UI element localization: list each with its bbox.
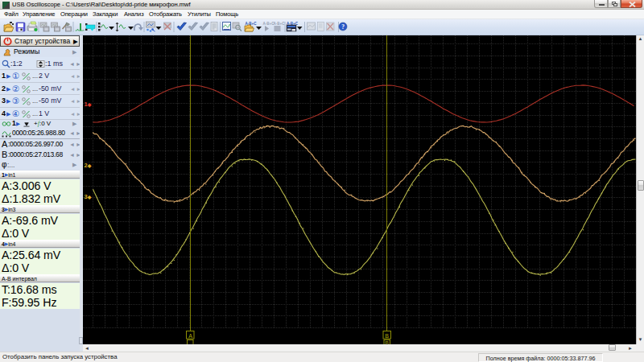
svg-text:B: B bbox=[385, 333, 389, 339]
svg-text:A·B+C: A·B+C bbox=[274, 22, 286, 26]
svg-text:A: A bbox=[188, 333, 192, 339]
svg-text:1◆: 1◆ bbox=[85, 101, 92, 108]
svg-text:3◆: 3◆ bbox=[85, 193, 92, 200]
svg-text:?: ? bbox=[341, 23, 345, 31]
svg-text:2◆: 2◆ bbox=[85, 162, 92, 169]
